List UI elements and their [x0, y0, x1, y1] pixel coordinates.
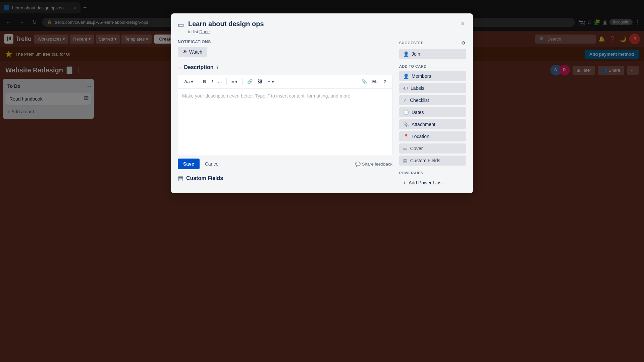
editor-placeholder: Make your description even better. Type … [182, 93, 388, 100]
location-icon: 📍 [403, 134, 409, 139]
attachment-icon: 📎 [403, 122, 409, 127]
text-style-button[interactable]: Aa ▾ [182, 78, 195, 85]
bold-button[interactable]: B [201, 78, 208, 85]
chevron-down-icon: ▾ [191, 79, 193, 84]
labels-button[interactable]: 🏷 Labels [399, 83, 466, 93]
checklist-button[interactable]: ✓ Checklist [399, 95, 466, 105]
notifications-label: Notifications [178, 40, 392, 44]
modal-overlay[interactable]: ▭ Learn about design ops in list Done × … [0, 0, 644, 362]
labels-icon: 🏷 [403, 85, 408, 91]
description-editor[interactable]: Make your description even better. Type … [178, 88, 392, 155]
notifications-section: Notifications 👁 Watch [178, 40, 392, 57]
description-icon: ≡ [178, 64, 181, 71]
list-button[interactable]: ≡ ▾ [229, 78, 239, 85]
modal-subtitle: in list Done [188, 29, 466, 34]
attachment-button[interactable]: 📎 Attachment [399, 119, 466, 129]
custom-fields-button[interactable]: ▤ Custom Fields [399, 156, 466, 166]
toolbar-separator-3 [242, 78, 243, 85]
cover-icon: ▭ [403, 146, 408, 151]
suggested-settings-button[interactable]: ⚙ [461, 40, 466, 46]
eye-icon: 👁 [182, 49, 187, 55]
custom-fields-title: Custom Fields [186, 175, 223, 181]
description-header: ≡ Description ℹ [178, 64, 392, 71]
more-format-button[interactable]: ... [216, 78, 224, 85]
watch-button[interactable]: 👁 Watch [178, 47, 207, 57]
location-button[interactable]: 📍 Location [399, 131, 466, 141]
custom-fields-header: ▤ Custom Fields [178, 175, 392, 182]
editor-actions: Save Cancel 💬 Share feedback [178, 159, 392, 169]
modal-close-button[interactable]: × [458, 18, 468, 29]
attachment-button[interactable]: 📎 [360, 78, 369, 85]
list-link[interactable]: Done [199, 29, 210, 34]
insert-button[interactable]: + ▾ [266, 78, 276, 85]
add-to-card-section: Add to card 👤 Members 🏷 Labels ✓ Checkli… [399, 64, 466, 166]
members-icon: 👤 [403, 73, 409, 79]
modal-card-title: Learn about design ops [188, 20, 466, 28]
power-ups-section: Power-Ups + Add Power-Ups [399, 171, 466, 188]
custom-fields-section: ▤ Custom Fields [178, 175, 392, 182]
editor-toolbar: Aa ▾ B I ... ≡ ▾ 🔗 [178, 75, 392, 88]
modal-body: Notifications 👁 Watch ≡ Description ℹ [171, 34, 473, 193]
suggested-section: Suggested ⚙ 👤 Join [399, 40, 466, 59]
members-button[interactable]: 👤 Members [399, 71, 466, 81]
custom-fields-sidebar-icon: ▤ [403, 158, 408, 163]
save-button[interactable]: Save [178, 159, 200, 169]
power-ups-label: Power-Ups [399, 171, 466, 175]
markdown-button[interactable]: M↓ [370, 78, 380, 85]
plus-icon: + [403, 180, 406, 185]
toolbar-separator [198, 78, 198, 85]
image-button[interactable]: 🖼 [256, 78, 264, 85]
description-section: ≡ Description ℹ Aa ▾ B I ... [178, 64, 392, 169]
card-modal: ▭ Learn about design ops in list Done × … [171, 13, 473, 193]
join-icon: 👤 [403, 51, 409, 57]
modal-main: Notifications 👁 Watch ≡ Description ℹ [178, 40, 392, 188]
chevron-down-icon: ▾ [235, 79, 237, 84]
modal-sidebar: Suggested ⚙ 👤 Join Add to card 👤 [399, 40, 466, 188]
toolbar-separator-2 [226, 78, 227, 85]
description-title: Description [184, 64, 214, 70]
modal-title-section: Learn about design ops in list Done [188, 20, 466, 34]
add-to-card-label: Add to card [399, 64, 466, 68]
checklist-icon: ✓ [403, 98, 407, 103]
italic-button[interactable]: I [210, 78, 215, 85]
link-button[interactable]: 🔗 [245, 78, 255, 85]
dates-icon: 🕐 [403, 110, 409, 115]
cover-button[interactable]: ▭ Cover [399, 143, 466, 154]
modal-header: ▭ Learn about design ops in list Done × [171, 13, 473, 34]
chevron-down-icon: ▾ [272, 79, 274, 84]
join-button[interactable]: 👤 Join [399, 49, 466, 59]
custom-fields-icon: ▤ [178, 175, 183, 182]
info-icon[interactable]: ℹ [216, 65, 218, 70]
help-button[interactable]: ? [381, 78, 388, 85]
card-type-icon: ▭ [178, 21, 184, 29]
cancel-button[interactable]: Cancel [202, 159, 222, 169]
suggested-label: Suggested ⚙ [399, 40, 466, 46]
dates-button[interactable]: 🕐 Dates [399, 107, 466, 117]
add-power-up-button[interactable]: + Add Power-Ups [399, 178, 466, 188]
share-feedback-link[interactable]: 💬 Share feedback [355, 162, 392, 167]
feedback-icon: 💬 [355, 162, 361, 167]
